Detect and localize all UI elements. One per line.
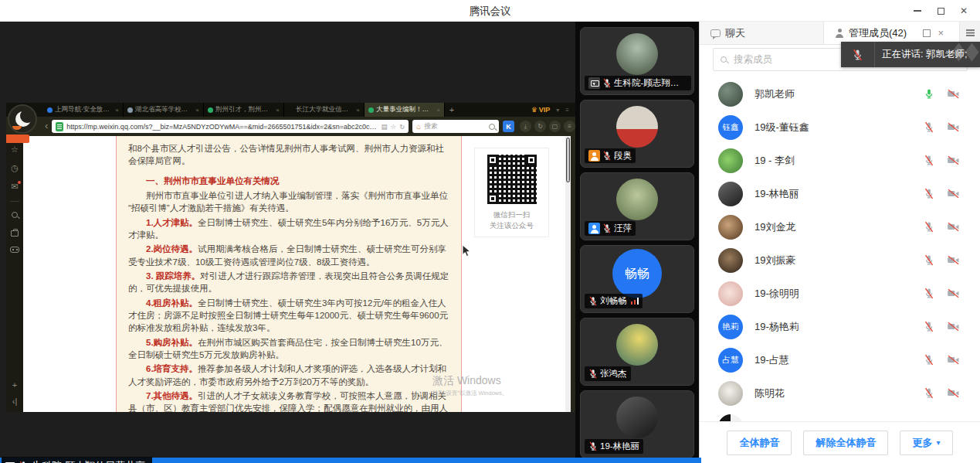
refresh-icon[interactable]: ↻	[399, 123, 405, 131]
back-button[interactable]: ‹	[45, 121, 48, 131]
camera-status-icon[interactable]	[947, 189, 960, 199]
browser-tab[interactable]: 长江大学就业信息网 ×	[284, 103, 365, 117]
shortcut-k-button[interactable]: K	[503, 121, 514, 132]
brand-watermark-icon	[953, 46, 978, 58]
bookmark-star-icon[interactable]: ☆	[391, 123, 397, 131]
browser-more-icon[interactable]: ≡	[565, 107, 569, 114]
page-scrollbar[interactable]	[565, 136, 571, 412]
article-list-item: 2.岗位待遇。试用期满考核合格后，全日制博士研究生、硕士研究生可分别享受专业技术…	[128, 243, 449, 268]
panel-menu-button[interactable]	[959, 22, 980, 44]
windows-icon[interactable]: ▢	[549, 121, 561, 132]
mute-all-button[interactable]: 全体静音	[727, 431, 792, 455]
tab-close-icon[interactable]: ×	[276, 107, 280, 114]
tab-favicon-icon	[127, 107, 133, 113]
screen-share-banner: 生科院-顾志翔的屏幕共享	[2, 457, 152, 463]
video-thumbnail[interactable]: 汪萍	[580, 172, 694, 240]
reader-mode-icon[interactable]: ▤	[381, 123, 388, 131]
camera-status-icon[interactable]	[947, 288, 960, 298]
video-thumbnail[interactable]: 段奥	[580, 100, 694, 168]
camera-status-icon[interactable]	[947, 355, 960, 365]
plus-icon[interactable]: +	[12, 381, 17, 390]
mic-status-icon[interactable]	[924, 155, 934, 166]
camera-status-icon[interactable]	[947, 388, 960, 398]
download-icon[interactable]: ⤓	[520, 121, 531, 132]
minimize-button[interactable]	[906, 0, 929, 22]
popout-panel-icon[interactable]	[923, 29, 931, 37]
history-sync-icon[interactable]: ↻	[534, 121, 546, 132]
camera-status-icon[interactable]	[947, 222, 960, 232]
browser-menu-icon[interactable]: ▾	[556, 107, 559, 114]
camera-status-icon[interactable]	[947, 122, 960, 132]
member-row[interactable]: 陈明花	[700, 376, 980, 410]
member-row[interactable]: 19-林艳丽	[700, 177, 980, 210]
browser-tab[interactable]: 湖北省高等学校毕业生 ×	[124, 103, 204, 117]
browser-search-box[interactable]: ⌂ 搜索	[412, 120, 499, 133]
settings-menu-icon[interactable]: ≡	[564, 121, 575, 132]
avatar	[718, 248, 743, 273]
browser-tab[interactable]: 上网导航·安全放心的 ×	[43, 103, 124, 117]
tab-close-icon[interactable]: ×	[115, 107, 119, 114]
gamepad-icon[interactable]	[10, 247, 19, 253]
mic-status-icon[interactable]	[924, 121, 934, 133]
video-thumbnail[interactable]: 生科院-顾志翔的屏幕...	[580, 27, 694, 95]
maximize-button[interactable]	[929, 0, 952, 22]
promo-ribbon[interactable]	[6, 134, 29, 143]
mic-status-icon[interactable]	[924, 354, 934, 366]
member-row[interactable]: 19刘振豪	[700, 243, 980, 277]
avatar	[718, 82, 743, 107]
mic-status-icon[interactable]	[924, 288, 934, 299]
close-panel-icon[interactable]: ×	[938, 28, 944, 38]
muted-mic-icon	[602, 151, 612, 161]
clock-icon[interactable]: ◷	[11, 164, 19, 172]
collapse-icon[interactable]: ‹|	[12, 397, 18, 406]
mic-status-icon[interactable]	[924, 321, 934, 332]
divider	[10, 201, 19, 202]
member-row[interactable]: 邓权	[700, 410, 980, 421]
more-button[interactable]: 更多▾	[900, 431, 952, 455]
star-icon[interactable]: ☆	[11, 145, 19, 154]
new-tab-button[interactable]: +	[445, 103, 459, 117]
camera-status-icon[interactable]	[947, 155, 960, 165]
member-row[interactable]: 占慧 19-占慧	[700, 343, 980, 376]
video-thumbnail[interactable]: 19-林艳丽	[580, 390, 694, 458]
search-icon[interactable]	[12, 212, 18, 218]
mail-icon[interactable]: ✉	[11, 182, 18, 191]
browser-tab[interactable]: 大量事业编制！荆州市 ×	[365, 103, 445, 117]
member-row[interactable]: 郭凯老师	[700, 77, 980, 111]
mic-status-icon[interactable]	[924, 221, 934, 233]
member-row[interactable]: 19 - 李剑	[700, 144, 980, 177]
avatar: 钰鑫	[718, 115, 743, 140]
avatar	[616, 179, 658, 220]
mic-status-icon[interactable]	[924, 88, 934, 100]
bag-icon[interactable]	[11, 230, 19, 237]
window-title: 腾讯会议	[0, 5, 980, 19]
browser-logo-icon[interactable]	[8, 104, 37, 134]
camera-status-icon[interactable]	[947, 322, 960, 332]
participant-name: 19-林艳丽	[600, 441, 639, 452]
camera-status-icon[interactable]	[947, 255, 960, 265]
close-button[interactable]: ✕	[952, 0, 975, 22]
tab-close-icon[interactable]: ×	[436, 107, 440, 114]
tab-manage-members[interactable]: 管理成员(42) ×	[824, 22, 959, 44]
titlebar: 腾讯会议 ✕	[0, 0, 980, 22]
member-row[interactable]: 钰鑫 19级-董钰鑫	[700, 111, 980, 144]
browser-tab[interactable]: 荆州引才，荆州等你 ×	[204, 103, 284, 117]
video-thumbnail[interactable]: 畅畅 刘畅畅	[580, 245, 694, 313]
tab-chat[interactable]: 聊天	[700, 22, 824, 44]
address-bar[interactable]: https://mp.weixin.qq.com/s?__biz=MzA5NDY…	[52, 120, 409, 133]
vip-badge[interactable]: ♛VIP	[531, 106, 551, 114]
member-row[interactable]: 19刘金龙	[700, 210, 980, 243]
unmute-all-button[interactable]: 解除全体静音	[803, 431, 888, 455]
mic-status-icon[interactable]	[924, 188, 934, 199]
article-list-item: 7.其他待遇。引进的人才子女就读义务教育学校，可按照本人意愿，协调相关县（市、区…	[128, 390, 449, 412]
tab-close-icon[interactable]: ×	[195, 107, 199, 114]
member-row[interactable]: 艳莉 19-杨艳莉	[700, 310, 980, 343]
camera-status-icon[interactable]	[947, 89, 960, 99]
tab-close-icon[interactable]: ×	[356, 107, 360, 114]
article-paragraph: 和8个县市区人才引进公告，公告详情见荆州市人事考试网、荆州市人力资源和社会保障局…	[128, 142, 449, 168]
mic-status-icon[interactable]	[924, 254, 934, 266]
video-thumbnail[interactable]: 张鸿杰	[580, 318, 694, 386]
avatar	[616, 397, 658, 438]
mic-status-icon[interactable]	[924, 387, 934, 399]
member-row[interactable]: 19-徐明明	[700, 277, 980, 310]
